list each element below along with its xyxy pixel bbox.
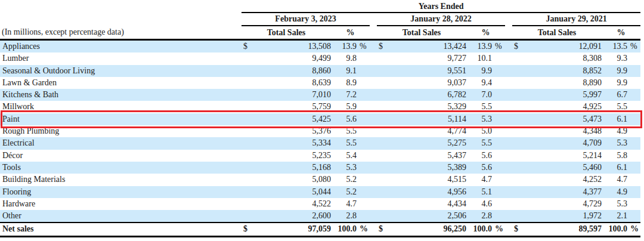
sales-value: 4,522 bbox=[253, 198, 331, 210]
pct-value: 9.8 bbox=[331, 52, 357, 64]
sales-value: 5,473 bbox=[524, 113, 602, 125]
dollar-sign bbox=[377, 77, 389, 89]
pct-sign bbox=[492, 89, 505, 101]
sales-value: 4,709 bbox=[524, 137, 602, 149]
total-sales-header-2023: Total Sales bbox=[242, 26, 331, 40]
sales-value: 4,348 bbox=[524, 125, 602, 137]
category-label: Net sales bbox=[0, 223, 242, 236]
pct-value: 9.4 bbox=[466, 77, 492, 89]
column-gap bbox=[505, 198, 512, 210]
sales-value: 4,434 bbox=[389, 198, 466, 210]
pct-value: 13.9 bbox=[331, 40, 357, 53]
pct-value: 5.5 bbox=[602, 101, 627, 113]
sales-value: 9,037 bbox=[389, 77, 466, 89]
column-gap bbox=[370, 113, 377, 125]
dollar-sign bbox=[512, 65, 524, 77]
column-gap bbox=[370, 65, 377, 77]
pct-value: 5.9 bbox=[331, 101, 357, 113]
category-label: Millwork bbox=[0, 101, 242, 113]
sales-value: 8,860 bbox=[253, 65, 331, 77]
pct-sign bbox=[492, 52, 505, 64]
dollar-sign bbox=[377, 65, 389, 77]
period-dates-row: February 3, 2023 January 28, 2022 Januar… bbox=[0, 13, 640, 26]
column-gap bbox=[370, 186, 377, 198]
pct-value: 5.3 bbox=[602, 198, 627, 210]
pct-value: 5.3 bbox=[331, 162, 357, 174]
pct-value: 8.9 bbox=[331, 77, 357, 89]
column-gap bbox=[370, 137, 377, 149]
column-gap bbox=[370, 40, 377, 53]
pct-sign bbox=[627, 77, 640, 89]
column-gap bbox=[505, 40, 512, 53]
column-gap bbox=[505, 210, 512, 223]
pct-value: 100.0 bbox=[331, 223, 357, 236]
pct-sign bbox=[627, 150, 640, 162]
column-gap bbox=[505, 113, 512, 125]
sales-value: 5,168 bbox=[253, 162, 331, 174]
pct-value: 100.0 bbox=[602, 223, 627, 236]
category-label: Lawn & Garden bbox=[0, 77, 242, 89]
period-date-2023: February 3, 2023 bbox=[242, 13, 370, 26]
pct-value: 4.7 bbox=[466, 174, 492, 186]
sales-value: 4,252 bbox=[524, 174, 602, 186]
sales-value: 4,729 bbox=[524, 198, 602, 210]
dollar-sign bbox=[242, 89, 253, 101]
column-gap bbox=[505, 65, 512, 77]
pct-sign bbox=[357, 210, 370, 223]
dollar-sign bbox=[512, 137, 524, 149]
dollar-sign bbox=[242, 137, 253, 149]
dollar-sign bbox=[512, 162, 524, 174]
pct-value: 9.9 bbox=[466, 65, 492, 77]
column-gap bbox=[370, 198, 377, 210]
dollar-sign bbox=[242, 162, 253, 174]
pct-value: 4.7 bbox=[602, 174, 627, 186]
sales-value: 5,275 bbox=[389, 137, 466, 149]
sales-value: 4,774 bbox=[389, 125, 466, 137]
column-gap bbox=[505, 52, 512, 64]
category-label: Paint bbox=[0, 113, 242, 125]
pct-sign bbox=[492, 150, 505, 162]
pct-sign bbox=[357, 150, 370, 162]
table-row: Tools5,1685.35,3895.65,4606.1 bbox=[0, 162, 640, 174]
dollar-sign bbox=[512, 210, 524, 223]
category-label: Décor bbox=[0, 150, 242, 162]
dollar-sign bbox=[512, 125, 524, 137]
pct-sign bbox=[492, 186, 505, 198]
dollar-sign bbox=[377, 113, 389, 125]
column-gap bbox=[370, 150, 377, 162]
category-label: Building Materials bbox=[0, 174, 242, 186]
pct-sign bbox=[357, 113, 370, 125]
pct-value: 2.8 bbox=[331, 210, 357, 223]
dollar-sign bbox=[377, 89, 389, 101]
table-row: Décor5,2355.45,4375.65,2145.8 bbox=[0, 150, 640, 162]
pct-sign bbox=[627, 137, 640, 149]
column-gap bbox=[370, 26, 377, 40]
pct-sign bbox=[492, 113, 505, 125]
sales-value: 5,389 bbox=[389, 162, 466, 174]
pct-sign bbox=[492, 125, 505, 137]
percent-header-2022: % bbox=[466, 26, 505, 40]
pct-sign bbox=[627, 162, 640, 174]
pct-value: 5.1 bbox=[466, 186, 492, 198]
pct-value: 10.1 bbox=[466, 52, 492, 64]
dollar-sign bbox=[512, 198, 524, 210]
dollar-sign bbox=[512, 174, 524, 186]
pct-value: 4.7 bbox=[331, 198, 357, 210]
pct-sign bbox=[357, 137, 370, 149]
pct-value: 13.5 bbox=[602, 40, 627, 53]
column-gap bbox=[370, 125, 377, 137]
total-sales-header-2022: Total Sales bbox=[377, 26, 466, 40]
pct-sign bbox=[492, 101, 505, 113]
column-gap bbox=[505, 89, 512, 101]
category-label: Rough Plumbing bbox=[0, 125, 242, 137]
sales-value: 7,010 bbox=[253, 89, 331, 101]
pct-value: 7.2 bbox=[331, 89, 357, 101]
dollar-sign bbox=[377, 150, 389, 162]
pct-value: 5.4 bbox=[331, 150, 357, 162]
column-gap bbox=[505, 150, 512, 162]
sales-value: 4,956 bbox=[389, 186, 466, 198]
pct-value: 6.1 bbox=[602, 162, 627, 174]
dollar-sign bbox=[377, 52, 389, 64]
dollar-sign bbox=[242, 125, 253, 137]
pct-value: 9.9 bbox=[602, 65, 627, 77]
